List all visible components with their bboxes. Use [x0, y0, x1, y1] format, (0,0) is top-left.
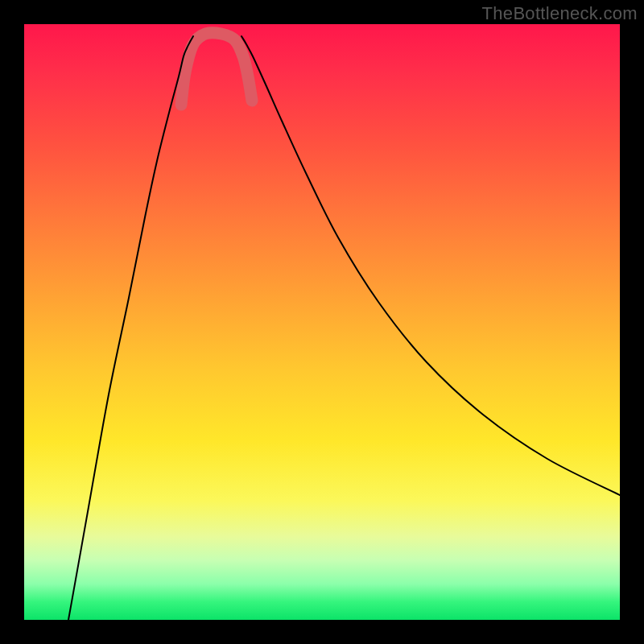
series-left-branch — [68, 36, 193, 620]
watermark-text: TheBottleneck.com — [482, 3, 638, 24]
series-right-branch — [242, 36, 620, 495]
curve-layer — [24, 24, 620, 620]
chart-area — [24, 24, 620, 620]
curve-group — [68, 33, 620, 620]
series-valley-highlight — [181, 33, 252, 105]
